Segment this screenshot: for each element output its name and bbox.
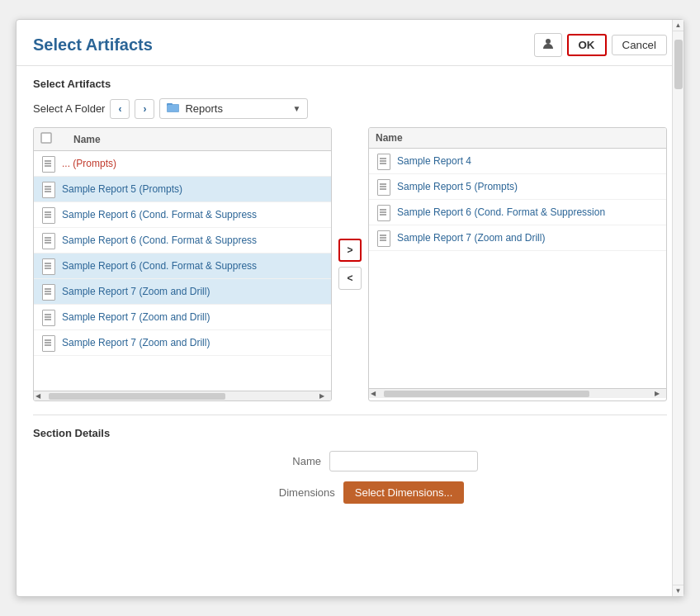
item-text: Sample Report 6 (Cond. Format & Suppress bbox=[62, 209, 257, 220]
report-icon bbox=[376, 178, 390, 195]
nav-forward-button[interactable]: › bbox=[135, 99, 154, 119]
nav-back-button[interactable]: ‹ bbox=[110, 99, 130, 119]
list-item[interactable]: Sample Report 5 (Prompts) bbox=[34, 177, 331, 202]
folder-icon bbox=[167, 102, 180, 116]
scroll-thumb bbox=[49, 393, 225, 400]
right-list-name-header: Name bbox=[376, 132, 403, 144]
name-row: Name bbox=[33, 451, 667, 471]
left-scrollbar-x[interactable]: ◀ ▶ bbox=[34, 391, 331, 400]
select-artifacts-label: Select Artifacts bbox=[33, 78, 667, 90]
list-item[interactable]: Sample Report 6 (Cond. Format & Suppress bbox=[34, 228, 331, 254]
list-item[interactable]: ... (Prompts) bbox=[34, 151, 331, 177]
svg-rect-3 bbox=[168, 105, 178, 111]
dialog-title: Select Artifacts bbox=[33, 36, 153, 54]
name-input[interactable] bbox=[329, 451, 478, 471]
folder-bar: Select A Folder ‹ › Reports ▼ bbox=[33, 98, 667, 119]
list-item[interactable]: Sample Report 7 (Zoom and Drill) bbox=[34, 279, 331, 305]
list-item[interactable]: Sample Report 7 (Zoom and Drill) bbox=[34, 330, 331, 356]
list-item[interactable]: Sample Report 5 (Prompts) bbox=[369, 174, 666, 200]
report-icon bbox=[40, 334, 55, 351]
right-scrollbar-x[interactable]: ◀ ▶ bbox=[369, 388, 666, 398]
dialog-header: Select Artifacts OK Cancel bbox=[17, 20, 683, 66]
list-item[interactable]: Sample Report 6 (Cond. Format & Suppress… bbox=[369, 200, 666, 225]
list-item[interactable]: Sample Report 6 (Cond. Format & Suppress bbox=[34, 254, 331, 279]
list-item[interactable]: Sample Report 6 (Cond. Format & Suppress bbox=[34, 202, 331, 228]
user-icon bbox=[542, 37, 555, 50]
scrollbar-thumb bbox=[674, 40, 683, 89]
scroll-right-arrow[interactable]: ▶ bbox=[319, 392, 329, 400]
report-icon bbox=[376, 204, 390, 220]
item-text: Sample Report 7 (Zoom and Drill) bbox=[62, 337, 210, 348]
select-artifacts-dialog: Select Artifacts OK Cancel Select Artifa… bbox=[16, 19, 684, 597]
item-text: Sample Report 6 (Cond. Format & Suppress bbox=[62, 235, 257, 246]
item-text: Sample Report 7 (Zoom and Drill) bbox=[397, 232, 545, 244]
folder-name: Reports bbox=[185, 102, 287, 115]
dimensions-row: Dimensions Select Dimensions... bbox=[33, 481, 667, 504]
item-text: Sample Report 6 (Cond. Format & Suppress… bbox=[397, 206, 605, 218]
checkbox-icon bbox=[40, 132, 52, 144]
lists-container: Name ... (Prompts) Sample Report 5 (Prom… bbox=[33, 127, 667, 401]
dialog-body: Select Artifacts Select A Folder ‹ › Rep… bbox=[17, 66, 683, 525]
user-icon-button[interactable] bbox=[534, 33, 562, 57]
ok-button[interactable]: OK bbox=[567, 34, 607, 56]
folder-select-label: Select A Folder bbox=[33, 102, 105, 115]
report-icon bbox=[40, 206, 55, 223]
transfer-left-button[interactable]: < bbox=[338, 267, 362, 290]
transfer-buttons: > < bbox=[332, 127, 368, 401]
scrollbar-track bbox=[673, 31, 683, 596]
list-item[interactable]: Sample Report 4 bbox=[369, 149, 666, 174]
scroll-right-arrow[interactable]: ▶ bbox=[655, 390, 665, 397]
item-text: Sample Report 6 (Cond. Format & Suppress bbox=[62, 260, 257, 272]
right-list-panel: Name Sample Report 4 Sample Report 5 (Pr… bbox=[368, 127, 667, 401]
right-list-header: Name bbox=[369, 128, 666, 149]
item-text: Sample Report 5 (Prompts) bbox=[397, 181, 518, 192]
svg-rect-4 bbox=[41, 133, 51, 143]
left-list-name-header: Name bbox=[73, 134, 101, 145]
right-list-body[interactable]: Sample Report 4 Sample Report 5 (Prompts… bbox=[369, 149, 666, 388]
dialog-scrollbar[interactable]: ▲ ▼ bbox=[672, 20, 683, 596]
cancel-button[interactable]: Cancel bbox=[612, 35, 668, 55]
left-list-panel: Name ... (Prompts) Sample Report 5 (Prom… bbox=[33, 127, 332, 401]
item-text: Sample Report 7 (Zoom and Drill) bbox=[62, 311, 210, 323]
report-icon bbox=[40, 181, 55, 197]
folder-svg-icon bbox=[167, 102, 180, 113]
name-label: Name bbox=[222, 455, 321, 467]
left-header-check bbox=[40, 132, 57, 146]
left-list-header: Name bbox=[34, 128, 331, 151]
item-text: Sample Report 7 (Zoom and Drill) bbox=[62, 286, 210, 297]
header-buttons: OK Cancel bbox=[534, 33, 668, 57]
scrollbar-up-arrow[interactable]: ▲ bbox=[673, 20, 683, 31]
list-item[interactable]: Sample Report 7 (Zoom and Drill) bbox=[34, 305, 331, 330]
scroll-left-arrow[interactable]: ◀ bbox=[371, 390, 381, 397]
list-item[interactable]: Sample Report 7 (Zoom and Drill) bbox=[369, 225, 666, 251]
scroll-thumb bbox=[384, 391, 589, 397]
scrollbar-down-arrow[interactable]: ▼ bbox=[673, 585, 683, 596]
folder-dropdown[interactable]: Reports ▼ bbox=[159, 98, 308, 119]
report-icon bbox=[40, 258, 55, 274]
item-text: Sample Report 5 (Prompts) bbox=[62, 183, 182, 195]
transfer-right-button[interactable]: > bbox=[338, 239, 362, 262]
report-icon bbox=[40, 232, 55, 249]
svg-point-0 bbox=[546, 39, 551, 44]
item-text: Sample Report 4 bbox=[397, 155, 471, 167]
report-icon bbox=[40, 155, 55, 172]
scroll-left-arrow[interactable]: ◀ bbox=[35, 392, 45, 400]
select-dimensions-button[interactable]: Select Dimensions... bbox=[343, 481, 465, 504]
section-details-label: Section Details bbox=[33, 427, 667, 439]
report-icon bbox=[40, 309, 55, 325]
dimensions-label: Dimensions bbox=[236, 486, 335, 499]
left-list-body[interactable]: ... (Prompts) Sample Report 5 (Prompts) … bbox=[34, 151, 331, 391]
dropdown-arrow-icon: ▼ bbox=[293, 104, 301, 113]
report-icon bbox=[40, 283, 55, 300]
item-text: ... (Prompts) bbox=[62, 158, 116, 169]
report-icon bbox=[376, 153, 390, 169]
report-icon bbox=[376, 230, 390, 246]
section-details: Section Details Name Dimensions Select D… bbox=[33, 415, 667, 504]
